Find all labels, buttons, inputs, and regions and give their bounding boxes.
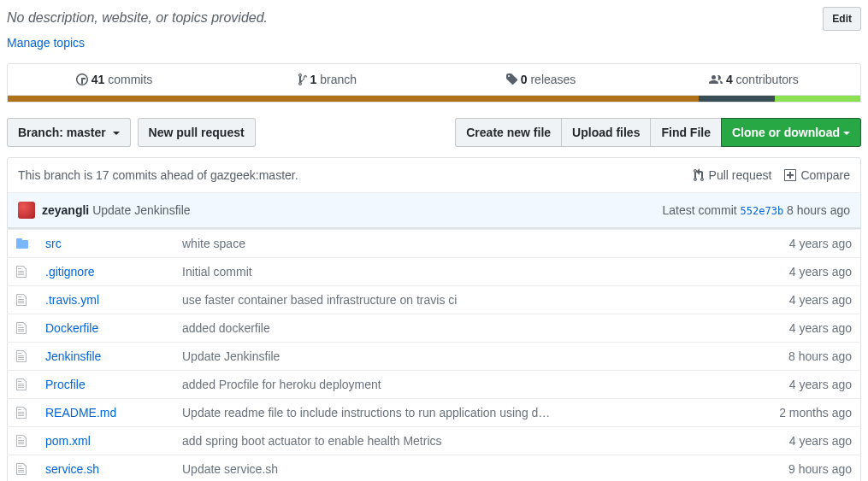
commit-message-link[interactable]: added Procfile for heroku deployment [182,378,381,391]
table-row: .travis.ymluse faster container based in… [8,286,861,314]
commit-message-link[interactable]: add spring boot actuator to enable healt… [182,434,442,448]
branches-link[interactable]: 1 branch [298,73,357,86]
new-pull-request-button[interactable]: New pull request [138,118,256,147]
latest-commit-sha[interactable]: 552e73b [741,205,784,217]
branch-compare-status: This branch is 17 commits ahead of gazge… [18,168,298,182]
lang-dark [699,96,776,102]
releases-link[interactable]: 0 releases [505,73,576,86]
file-age: 8 hours ago [788,349,852,363]
releases-label: releases [530,73,576,86]
file-age: 4 years ago [789,237,852,250]
file-age: 2 months ago [779,406,852,419]
commit-message-link[interactable]: use faster container based infrastructur… [182,293,457,307]
language-bar[interactable] [7,96,861,103]
file-age: 4 years ago [789,321,852,335]
latest-commit-age: 8 hours ago [787,203,850,217]
branch-icon [298,73,307,86]
git-pull-request-icon [694,168,704,182]
contributors-count: 4 [726,73,733,86]
file-name-link[interactable]: .gitignore [45,265,95,279]
people-icon [709,73,723,86]
diff-icon [784,168,796,182]
branches-count: 1 [310,73,317,86]
contributors-label: contributors [736,73,799,86]
branch-name: master [67,126,106,139]
commit-author-link[interactable]: zeyangli [42,203,89,217]
file-name-link[interactable]: Dockerfile [45,321,98,335]
file-icon [16,321,27,335]
table-row: Dockerfileadded dockerfile4 years ago [8,314,861,343]
file-name-link[interactable]: pom.xml [45,434,91,448]
file-age: 4 years ago [789,293,852,307]
commits-count: 41 [92,73,105,86]
directory-icon [16,237,28,250]
latest-commit-meta: Latest commit 552e73b 8 hours ago [663,203,850,217]
file-name-link[interactable]: Jenkinsfile [45,349,101,363]
manage-topics-link[interactable]: Manage topics [7,36,85,50]
file-age: 9 hours ago [788,462,852,476]
file-icon [16,265,27,279]
tag-icon [505,73,517,86]
history-icon [76,73,88,86]
edit-button[interactable]: Edit [823,7,861,31]
file-icon [16,434,27,448]
file-icon [16,406,27,419]
table-row: service.shUpdate service.sh9 hours ago [8,455,861,482]
file-name-link[interactable]: src [45,237,62,250]
file-age: 4 years ago [789,434,852,448]
repo-summary: 41 commits 1 branch 0 releases 4 contrib… [7,63,861,96]
commits-link[interactable]: 41 commits [76,73,152,86]
create-new-file-button[interactable]: Create new file [455,118,562,147]
commit-message-link[interactable]: Initial commit [182,265,252,279]
commit-message-link[interactable]: Update Jenkinsfile [182,349,280,363]
table-row: README.mdUpdate readme file to include i… [8,399,861,427]
repo-description: No description, website, or topics provi… [7,7,268,29]
file-age: 4 years ago [789,378,852,391]
clone-download-button[interactable]: Clone or download [721,118,861,147]
file-name-link[interactable]: README.md [45,406,116,419]
commit-message-link[interactable]: added dockerfile [182,321,270,335]
find-file-button[interactable]: Find File [650,118,722,147]
table-row: .gitignoreInitial commit4 years ago [8,258,861,286]
upload-files-button[interactable]: Upload files [561,118,651,147]
compare-link[interactable]: Compare [784,168,850,182]
latest-commit-message[interactable]: Update Jenkinsfile [92,203,190,217]
lang-shell [775,96,860,102]
commit-message-link[interactable]: white space [182,237,245,250]
file-name-link[interactable]: Procfile [45,378,86,391]
branch-prefix: Branch: [18,126,67,139]
file-icon [16,378,27,391]
contributors-link[interactable]: 4 contributors [709,73,799,86]
file-icon [16,462,27,476]
file-list: srcwhite space4 years ago.gitignoreIniti… [7,229,861,481]
table-row: JenkinsfileUpdate Jenkinsfile8 hours ago [8,343,861,371]
pull-request-link[interactable]: Pull request [694,168,772,182]
file-name-link[interactable]: service.sh [45,462,99,476]
releases-count: 0 [521,73,528,86]
table-row: pom.xmladd spring boot actuator to enabl… [8,427,861,455]
branches-label: branch [320,73,357,86]
table-row: srcwhite space4 years ago [8,230,861,258]
file-name-link[interactable]: .travis.yml [45,293,99,307]
avatar[interactable] [18,202,35,219]
file-icon [16,349,27,363]
commits-label: commits [108,73,152,86]
file-icon [16,293,27,307]
commit-message-link[interactable]: Update service.sh [182,462,278,476]
table-row: Procfileadded Procfile for heroku deploy… [8,371,861,399]
branch-select-button[interactable]: Branch: master [7,118,131,147]
commit-message-link[interactable]: Update readme file to include instructio… [182,406,550,419]
lang-java [8,96,699,102]
file-age: 4 years ago [789,265,852,279]
